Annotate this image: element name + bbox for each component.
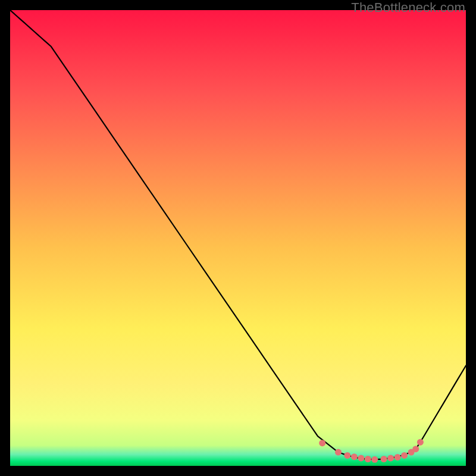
chart-svg <box>10 10 466 466</box>
marker-point <box>344 452 350 459</box>
marker-point <box>394 454 401 461</box>
marker-point <box>401 452 408 459</box>
marker-point <box>412 446 419 452</box>
marker-point <box>319 440 325 446</box>
marker-point <box>417 439 424 446</box>
marker-point <box>351 453 358 460</box>
plot-area <box>10 10 466 466</box>
marker-point <box>365 456 371 462</box>
marker-point <box>387 455 394 461</box>
chart-frame: TheBottleneck.com <box>0 0 476 476</box>
gradient-background <box>10 10 466 466</box>
marker-point <box>335 449 342 456</box>
attribution-text: TheBottleneck.com <box>351 0 465 15</box>
marker-point <box>358 455 364 461</box>
marker-point <box>371 456 378 463</box>
marker-point <box>381 456 387 462</box>
